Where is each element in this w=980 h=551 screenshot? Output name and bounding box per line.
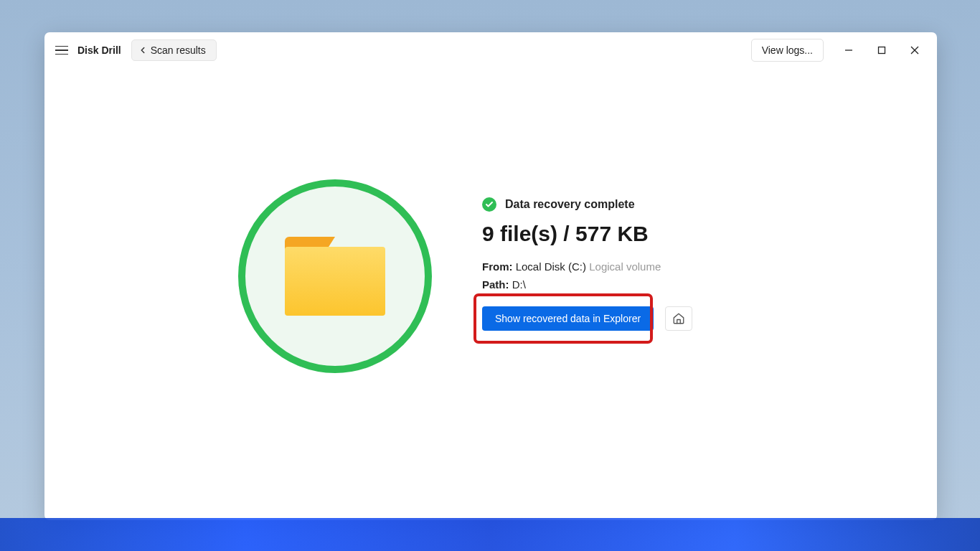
action-row: Show recovered data in Explorer	[482, 306, 692, 331]
home-icon	[672, 312, 685, 325]
taskbar[interactable]	[0, 518, 980, 551]
home-button[interactable]	[665, 306, 692, 331]
result-graphic	[238, 179, 432, 373]
scan-results-button[interactable]: Scan results	[131, 39, 217, 61]
folder-icon	[285, 237, 385, 316]
content-area: Data recovery complete 9 file(s) / 577 K…	[44, 68, 937, 520]
from-label: From:	[482, 260, 513, 273]
path-value: D:\	[512, 278, 526, 291]
minimize-button[interactable]	[841, 42, 857, 58]
window-controls	[841, 42, 928, 58]
titlebar: Disk Drill Scan results View logs...	[44, 32, 937, 68]
status-row: Data recovery complete	[482, 197, 692, 212]
scan-results-label: Scan results	[151, 44, 206, 56]
close-button[interactable]	[907, 42, 923, 58]
chevron-left-icon	[138, 45, 148, 55]
success-circle	[238, 179, 432, 373]
menu-icon[interactable]	[53, 42, 70, 59]
maximize-button[interactable]	[874, 42, 890, 58]
from-value: Local Disk (C:)	[516, 260, 586, 273]
from-type: Logical volume	[589, 260, 661, 273]
view-logs-button[interactable]: View logs...	[751, 39, 824, 62]
result-details: Data recovery complete 9 file(s) / 577 K…	[482, 179, 692, 331]
summary-text: 9 file(s) / 577 KB	[482, 222, 692, 246]
app-window: Disk Drill Scan results View logs...	[44, 32, 937, 520]
status-text: Data recovery complete	[505, 198, 635, 211]
path-row: Path: D:\	[482, 278, 692, 291]
show-recovered-button[interactable]: Show recovered data in Explorer	[482, 306, 654, 331]
path-label: Path:	[482, 278, 509, 291]
svg-rect-1	[879, 47, 885, 54]
from-row: From: Local Disk (C:) Logical volume	[482, 260, 692, 273]
app-title: Disk Drill	[77, 44, 121, 56]
check-icon	[482, 197, 496, 212]
